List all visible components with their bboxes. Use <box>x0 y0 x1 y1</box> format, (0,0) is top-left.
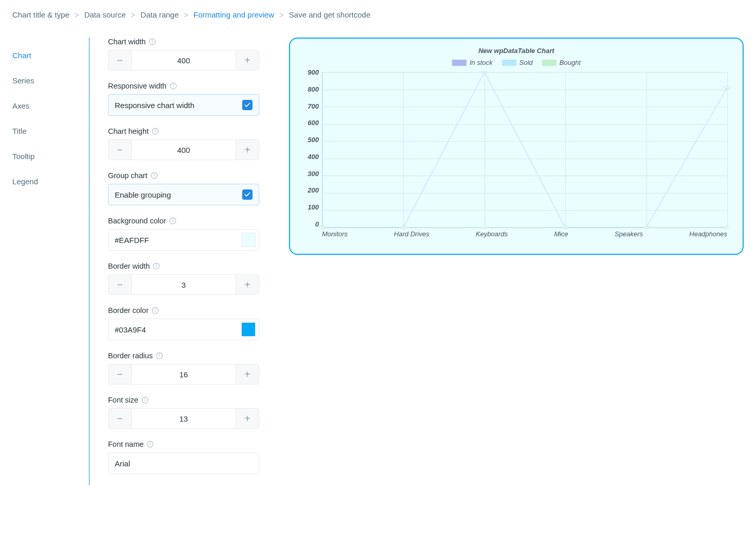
chart-x-axis: MonitorsHard DrivesKeyboardsMiceSpeakers… <box>322 230 727 243</box>
y-tick: 700 <box>308 102 319 110</box>
x-tick: Headphones <box>689 230 727 243</box>
chevron-right-icon: > <box>131 10 136 19</box>
font-size-stepper[interactable]: − 13 + <box>108 408 259 429</box>
y-tick: 500 <box>308 136 319 144</box>
font-name-input[interactable]: Arial <box>108 452 259 474</box>
sidebar-item-legend[interactable]: Legend <box>12 169 89 194</box>
info-icon <box>152 307 159 314</box>
border-color-value: #03A9F4 <box>115 325 146 334</box>
chevron-right-icon: > <box>279 10 284 19</box>
chart-plot-area <box>322 72 727 228</box>
info-icon <box>169 217 176 224</box>
svg-point-11 <box>154 174 154 174</box>
legend-label: In stock <box>470 59 493 66</box>
chart-width-value[interactable]: 400 <box>131 50 236 70</box>
bg-color-input[interactable]: #EAFDFF <box>108 229 259 251</box>
group-chart-label: Group chart <box>108 171 148 180</box>
border-radius-label: Border radius <box>108 352 153 360</box>
svg-point-26 <box>145 398 146 399</box>
y-tick: 300 <box>308 170 319 178</box>
chevron-right-icon: > <box>184 10 189 19</box>
sidebar-item-title[interactable]: Title <box>12 118 89 144</box>
legend-item[interactable]: Bought <box>542 59 581 66</box>
legend-item[interactable]: Sold <box>502 59 533 66</box>
chart-width-stepper[interactable]: − 400 + <box>108 50 259 71</box>
responsive-width-label: Responsive width <box>108 82 167 90</box>
y-tick: 100 <box>308 203 319 211</box>
bg-color-label: Background color <box>108 217 166 225</box>
breadcrumb-step[interactable]: Data range <box>140 10 178 19</box>
x-tick: Mice <box>554 230 568 243</box>
svg-point-17 <box>156 265 157 265</box>
chart-y-axis: 9008007006005004003002001000 <box>300 68 319 228</box>
checkbox-checked-icon[interactable] <box>242 100 253 110</box>
svg-point-20 <box>155 309 156 309</box>
responsive-width-toggle[interactable]: Responsive chart width <box>108 94 259 116</box>
border-color-label: Border color <box>108 306 149 315</box>
border-radius-stepper[interactable]: − 16 + <box>108 364 259 385</box>
chevron-right-icon: > <box>75 10 79 19</box>
plus-icon[interactable]: + <box>236 409 259 428</box>
breadcrumb-step[interactable]: Data source <box>84 10 126 19</box>
sidebar-item-series[interactable]: Series <box>12 68 89 93</box>
border-width-stepper[interactable]: − 3 + <box>108 274 259 295</box>
chart-height-stepper[interactable]: − 400 + <box>108 139 259 160</box>
checkbox-checked-icon[interactable] <box>242 189 253 200</box>
bg-color-swatch[interactable] <box>241 233 256 247</box>
info-icon <box>156 352 163 359</box>
plus-icon[interactable]: + <box>236 140 259 160</box>
minus-icon[interactable]: − <box>109 50 131 70</box>
chart-height-label: Chart height <box>108 127 149 135</box>
minus-icon[interactable]: − <box>109 364 131 384</box>
x-tick: Hard Drives <box>394 230 429 243</box>
svg-point-14 <box>173 219 173 220</box>
breadcrumb-step[interactable]: Chart title & type <box>12 10 69 19</box>
info-icon <box>141 396 149 404</box>
info-icon <box>147 441 154 448</box>
border-radius-value[interactable]: 16 <box>131 364 236 384</box>
border-width-label: Border width <box>108 262 150 270</box>
y-tick: 800 <box>308 85 319 93</box>
plus-icon[interactable]: + <box>236 50 259 70</box>
font-name-label: Font name <box>108 440 143 448</box>
font-size-value[interactable]: 13 <box>131 409 236 428</box>
y-tick: 400 <box>308 153 319 161</box>
chart-legend: In stockSoldBought <box>300 59 732 66</box>
minus-icon[interactable]: − <box>109 275 131 294</box>
sidebar-item-tooltip[interactable]: Tooltip <box>12 144 89 169</box>
legend-item[interactable]: In stock <box>452 59 493 66</box>
info-icon <box>149 38 156 45</box>
group-chart-text: Enable grouping <box>115 190 171 199</box>
y-tick: 0 <box>315 220 319 228</box>
x-tick: Monitors <box>322 230 348 243</box>
legend-label: Sold <box>519 59 533 66</box>
svg-point-29 <box>150 443 151 443</box>
border-color-swatch[interactable] <box>241 322 256 337</box>
border-width-value[interactable]: 3 <box>131 275 236 294</box>
chart-preview: New wpDataTable Chart In stockSoldBought… <box>289 38 744 255</box>
chart-height-value[interactable]: 400 <box>131 140 236 160</box>
sidebar-item-chart[interactable]: Chart <box>12 43 89 68</box>
x-tick: Keyboards <box>476 230 508 243</box>
minus-icon[interactable]: − <box>109 409 131 428</box>
border-color-input[interactable]: #03A9F4 <box>108 319 259 340</box>
legend-swatch <box>452 60 466 66</box>
info-icon <box>170 82 177 90</box>
svg-point-2 <box>152 40 153 41</box>
legend-label: Bought <box>560 59 581 66</box>
plus-icon[interactable]: + <box>236 364 259 384</box>
legend-swatch <box>542 60 556 66</box>
x-tick: Speakers <box>615 230 643 243</box>
y-tick: 900 <box>308 68 319 76</box>
svg-point-8 <box>155 130 156 130</box>
plus-icon[interactable]: + <box>236 275 259 294</box>
font-name-value: Arial <box>115 459 130 468</box>
responsive-width-text: Responsive chart width <box>115 101 194 110</box>
breadcrumb-step[interactable]: Save and get shortcode <box>289 10 370 19</box>
minus-icon[interactable]: − <box>109 140 131 160</box>
sidebar-item-axes[interactable]: Axes <box>12 93 89 118</box>
chart-width-label: Chart width <box>108 38 146 46</box>
info-icon <box>151 172 158 179</box>
breadcrumb-step[interactable]: Formatting and preview <box>193 10 274 19</box>
group-chart-toggle[interactable]: Enable grouping <box>108 184 259 205</box>
